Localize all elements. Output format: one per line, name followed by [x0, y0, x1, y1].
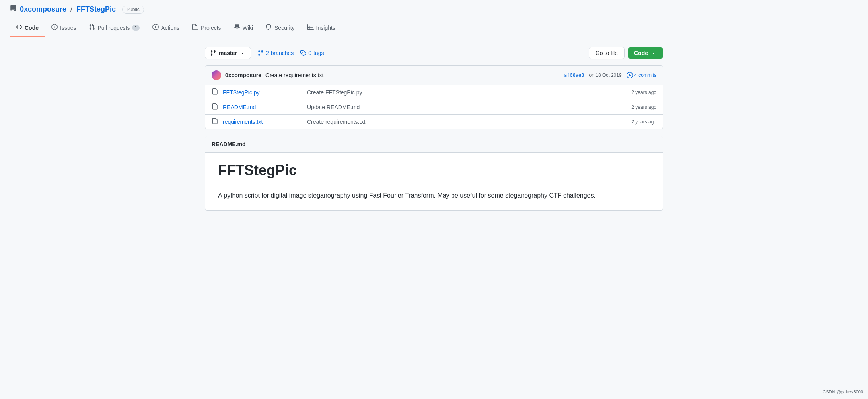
table-row: requirements.txt Create requirements.txt…: [205, 115, 663, 129]
readme-header: README.md: [205, 136, 663, 153]
file-time-1: 2 years ago: [631, 104, 656, 110]
tags-link[interactable]: 0 tags: [300, 50, 324, 56]
tag-icon: [300, 50, 306, 56]
commit-author-section: 0xcomposure Create requirements.txt: [212, 70, 323, 80]
projects-icon: [192, 24, 199, 31]
repo-separator: /: [70, 5, 72, 14]
avatar: [212, 70, 221, 80]
file-time-0: 2 years ago: [631, 90, 656, 95]
tab-security[interactable]: Security: [259, 19, 301, 37]
tab-projects-label: Projects: [201, 25, 221, 31]
repo-icon: [10, 5, 17, 14]
branch-name: master: [219, 50, 237, 56]
branches-label: branches: [271, 50, 294, 56]
commit-message: Create requirements.txt: [265, 72, 323, 78]
commit-date: on 18 Oct 2019: [589, 72, 622, 78]
readme-title: FFTStegPic: [218, 162, 650, 184]
tab-pr-label: Pull requests: [97, 25, 130, 31]
insights-icon: [307, 24, 314, 31]
tags-label: tags: [313, 50, 324, 56]
branch-count-icon: [257, 50, 264, 56]
tab-insights-label: Insights: [316, 25, 335, 31]
pr-icon: [89, 24, 95, 31]
repo-owner-link[interactable]: 0xcomposure: [20, 5, 66, 14]
file-commit-msg-2: Create requirements.txt: [307, 119, 627, 125]
wiki-icon: [234, 24, 240, 31]
toolbar-left: master 2 branches 0 tags: [205, 47, 324, 59]
actions-icon: [152, 24, 159, 31]
repo-toolbar: master 2 branches 0 tags: [205, 47, 663, 59]
go-to-file-button[interactable]: Go to file: [589, 47, 625, 59]
tab-actions[interactable]: Actions: [146, 19, 186, 37]
chevron-down-icon: [239, 50, 246, 56]
history-icon: [627, 72, 633, 78]
tab-issues-label: Issues: [60, 25, 76, 31]
commit-meta: af08ae8 on 18 Oct 2019 4 commits: [564, 72, 656, 78]
readme-box: README.md FFTStegPic A python script for…: [205, 136, 663, 211]
commit-hash[interactable]: af08ae8: [564, 72, 584, 78]
branch-selector[interactable]: master: [205, 47, 251, 59]
readme-content: FFTStegPic A python script for digital i…: [205, 153, 663, 210]
code-button-label: Code: [634, 50, 648, 56]
file-name-1[interactable]: README.md: [223, 104, 302, 110]
tab-projects[interactable]: Projects: [186, 19, 228, 37]
file-box: 0xcomposure Create requirements.txt af08…: [205, 65, 663, 129]
code-button[interactable]: Code: [628, 47, 663, 59]
file-icon: [212, 118, 218, 126]
repo-name-link[interactable]: FFTStegPic: [76, 5, 116, 14]
issues-icon: [51, 24, 58, 31]
tab-wiki[interactable]: Wiki: [228, 19, 259, 37]
tab-wiki-label: Wiki: [243, 25, 253, 31]
security-icon: [266, 24, 272, 31]
file-icon: [212, 88, 218, 96]
branches-link[interactable]: 2 branches: [257, 50, 294, 56]
branches-count: 2: [266, 50, 269, 56]
file-commit-msg-0: Create FFTStegPic.py: [307, 89, 627, 96]
top-header: 0xcomposure / FFTStegPic Public: [0, 0, 868, 19]
commit-author-name[interactable]: 0xcomposure: [225, 72, 261, 78]
tags-count: 0: [308, 50, 311, 56]
commits-label: commits: [638, 72, 656, 78]
main-content: master 2 branches 0 tags: [195, 47, 673, 211]
file-icon: [212, 103, 218, 111]
nav-tabs: Code Issues Pull requests 1 Actions: [0, 19, 868, 37]
file-name-2[interactable]: requirements.txt: [223, 119, 302, 125]
file-name-0[interactable]: FFTStegPic.py: [223, 89, 302, 96]
commits-count-number: 4: [634, 72, 637, 78]
tab-insights[interactable]: Insights: [301, 19, 342, 37]
branch-icon: [210, 50, 216, 56]
file-commit-msg-1: Update README.md: [307, 104, 627, 110]
toolbar-right: Go to file Code: [589, 47, 663, 59]
commits-count-link[interactable]: 4 commits: [627, 72, 656, 78]
tab-issues[interactable]: Issues: [45, 19, 82, 37]
table-row: README.md Update README.md 2 years ago: [205, 100, 663, 115]
readme-description: A python script for digital image stegan…: [218, 190, 650, 201]
tab-pull-requests[interactable]: Pull requests 1: [82, 19, 146, 37]
commit-header: 0xcomposure Create requirements.txt af08…: [205, 66, 663, 85]
tab-code-label: Code: [25, 25, 39, 31]
chevron-down-icon: [650, 50, 657, 56]
tab-code[interactable]: Code: [10, 19, 45, 37]
public-badge: Public: [122, 6, 144, 14]
table-row: FFTStegPic.py Create FFTStegPic.py 2 yea…: [205, 85, 663, 100]
file-time-2: 2 years ago: [631, 119, 656, 125]
tab-security-label: Security: [274, 25, 295, 31]
tab-actions-label: Actions: [161, 25, 179, 31]
code-icon: [16, 24, 22, 31]
pr-badge: 1: [132, 25, 140, 31]
